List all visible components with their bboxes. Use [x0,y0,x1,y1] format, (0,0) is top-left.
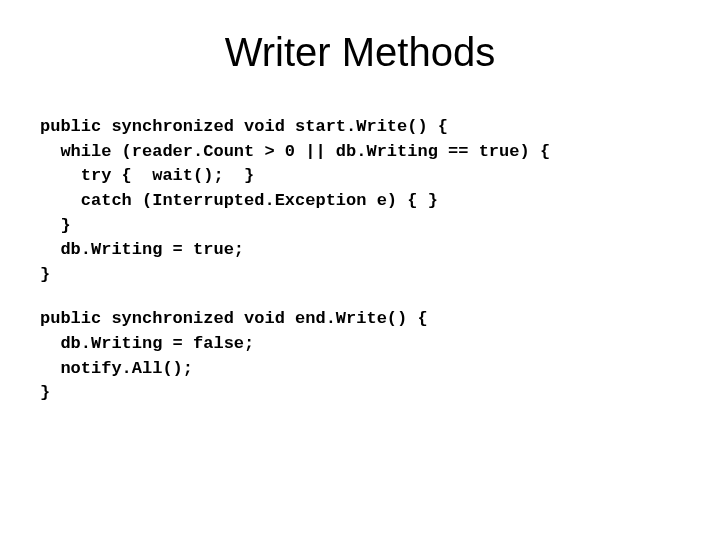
code-line: db.Writing = false; [40,334,254,353]
code-line: db.Writing = true; [40,240,244,259]
slide: Writer Methods public synchronized void … [0,0,720,540]
code-line: } [40,265,50,284]
code-line: while (reader.Count > 0 || db.Writing ==… [40,142,550,161]
slide-title: Writer Methods [40,30,680,75]
code-line: public synchronized void end.Write() { [40,309,428,328]
code-line: try { wait(); } [40,166,254,185]
code-line: notify.All(); [40,359,193,378]
code-block-startwrite: public synchronized void start.Write() {… [40,115,680,287]
code-line: public synchronized void start.Write() { [40,117,448,136]
code-line: catch (Interrupted.Exception e) { } [40,191,438,210]
code-block-endwrite: public synchronized void end.Write() { d… [40,307,680,406]
code-line: } [40,383,50,402]
spacer [40,287,680,307]
code-line: } [40,216,71,235]
